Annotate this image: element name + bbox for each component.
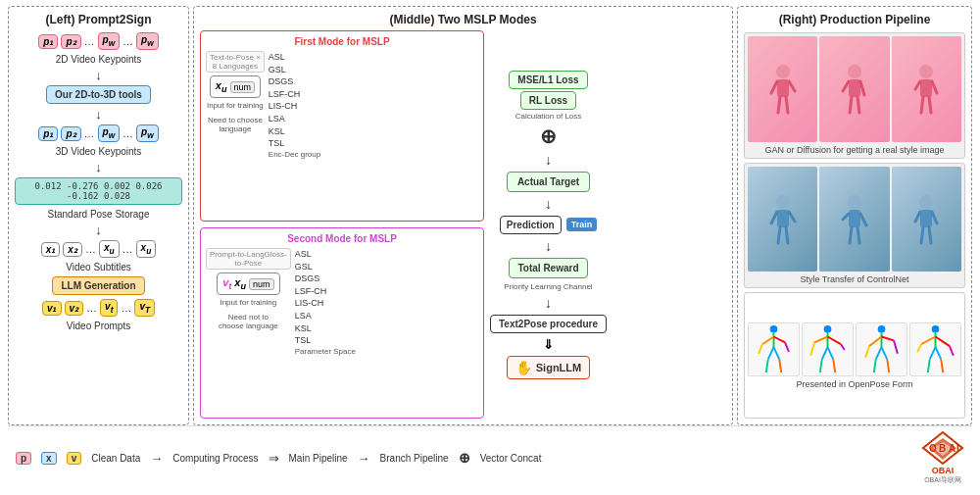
first-mode-title: First Mode for MSLP <box>206 36 478 47</box>
lang-ksl-1: KSL <box>269 125 301 138</box>
text2pose-box: Text2Pose procedure <box>490 315 607 333</box>
lang-dsgs-1: DSGS <box>269 75 301 88</box>
svg-line-11 <box>858 97 859 113</box>
svg-point-66 <box>932 325 940 333</box>
svg-line-68 <box>921 336 935 344</box>
svg-line-16 <box>921 97 923 113</box>
pill-p2-3d: p₂ <box>61 126 80 141</box>
person-silhouette-1 <box>769 64 797 115</box>
prediction-box: Prediction <box>500 216 562 234</box>
flow-arrow-down-1: ↓ <box>545 152 552 168</box>
second-train-label: Input for training <box>220 298 276 307</box>
svg-point-36 <box>770 325 778 333</box>
pill-vt1: vt <box>100 299 118 317</box>
svg-rect-31 <box>920 210 932 227</box>
pose-storage-box: 0.012 -0.276 0.002 0.026 -0.162 0.028 <box>15 177 182 205</box>
person-img-2 <box>819 36 889 142</box>
first-mode-inner: Text-to-Pose ×8 Languages xu num Input f… <box>206 51 478 159</box>
svg-point-24 <box>848 195 861 209</box>
lang-gsl-2: GSL <box>295 261 327 273</box>
svg-line-4 <box>778 97 780 113</box>
3d-keypoints-pills: p₁ p₂ … pw … pw <box>38 124 158 142</box>
svg-line-53 <box>828 347 834 360</box>
first-lang-col: ASL GSL DSGS LSF-CH LIS-CH LSA KSL TSL E… <box>269 51 320 159</box>
llm-box: LLM Generation <box>52 276 144 295</box>
param-space-label: Parameter Space <box>295 347 356 356</box>
prompts-pills: v₁ v₂ … vt … vT <box>42 299 155 317</box>
lang-lsfch-2: LSF-CH <box>295 285 327 298</box>
svg-line-5 <box>786 97 788 113</box>
svg-line-9 <box>860 81 864 95</box>
flow-column: MSE/L1 Loss RL Loss Calculation of Loss … <box>490 30 607 419</box>
gan-label: GAN or Diffusion for getting a real styl… <box>765 145 945 155</box>
openpose-section: Presented in OpenPose Form <box>744 292 965 419</box>
keypoints2d-label: 2D Video Keypoints <box>56 54 142 65</box>
lang-ksl-2: KSL <box>295 322 327 335</box>
ellipsis7: … <box>86 302 97 314</box>
svg-line-32 <box>915 212 920 222</box>
svg-text:A: A <box>949 443 956 454</box>
pill-x1: x₁ <box>41 242 61 257</box>
lang-lisch-1: LIS-CH <box>269 100 301 113</box>
svg-line-62 <box>876 347 882 360</box>
first-train-label: Input for training <box>207 101 264 110</box>
tools-box: Our 2D-to-3D tools <box>46 85 151 104</box>
ellipsis8: … <box>121 302 131 314</box>
first-input-box: xu num <box>210 75 261 98</box>
person-img-6 <box>892 167 961 272</box>
obai-logo: O B A I OBAI OBAI导联网 <box>921 430 964 485</box>
first-num-badge: num <box>230 81 256 93</box>
ellipsis4: … <box>122 127 133 139</box>
arrow-down-2: ↓ <box>95 108 102 121</box>
style-transfer-label: Style Transfer of ControlNet <box>800 274 908 284</box>
first-lang-list: ASL GSL DSGS LSF-CH LIS-CH LSA KSL TSL <box>269 51 301 150</box>
arrow-down-1: ↓ <box>95 69 102 81</box>
skeleton-images <box>748 322 961 376</box>
train-button[interactable]: Train <box>566 218 598 231</box>
svg-line-8 <box>843 81 849 91</box>
pill-pw2: pw <box>136 32 159 50</box>
svg-line-38 <box>762 336 774 344</box>
svg-line-35 <box>929 227 931 243</box>
lang-tsl-1: TSL <box>269 137 301 150</box>
flow-arrow-down-3: ↓ <box>545 238 552 254</box>
skeleton-img-2 <box>802 322 854 376</box>
person-img-4 <box>748 167 817 272</box>
svg-line-65 <box>887 359 889 371</box>
svg-text:I: I <box>956 443 959 454</box>
svg-line-60 <box>865 346 869 358</box>
svg-rect-7 <box>849 79 860 97</box>
circle-plus-symbol: ⊕ <box>540 124 557 148</box>
legend-x-pill: x <box>41 452 57 465</box>
pill-pw2-3d: pw <box>136 124 159 142</box>
pill-xu2: xu <box>136 240 157 258</box>
ellipsis6: … <box>122 243 133 255</box>
loss-section: MSE/L1 Loss RL Loss Calculation of Loss <box>509 71 587 121</box>
person-silhouette-2 <box>841 64 868 115</box>
middle-title: (Middle) Two MSLP Modes <box>200 13 726 26</box>
svg-line-50 <box>810 342 814 355</box>
second-lang-list: ASL GSL DSGS LSF-CH LIS-CH LSA KSL TSL <box>295 248 327 347</box>
svg-line-29 <box>858 227 859 243</box>
right-title: (Right) Production Pipeline <box>744 13 965 26</box>
skeleton-svg-3 <box>857 323 906 375</box>
svg-line-75 <box>941 359 943 371</box>
svg-line-22 <box>778 227 780 243</box>
svg-line-43 <box>774 347 780 360</box>
svg-line-44 <box>766 359 768 371</box>
ellipsis3: … <box>84 127 95 139</box>
svg-line-41 <box>785 342 789 352</box>
priority-label: Priority Learning Channel <box>504 282 592 291</box>
2d-keypoints-pills: p₁ p₂ … pw … pw <box>38 32 158 50</box>
first-mode-left: Text-to-Pose ×8 Languages xu num Input f… <box>206 51 265 133</box>
computing-label: Computing Process <box>172 453 258 464</box>
person-img-5 <box>819 167 889 272</box>
main-pipeline-label: Main Pipeline <box>289 453 348 464</box>
plus-symbol-legend: ⊕ <box>459 450 470 466</box>
svg-line-33 <box>932 212 937 223</box>
svg-line-34 <box>921 227 923 243</box>
svg-line-26 <box>843 214 849 220</box>
svg-rect-13 <box>920 79 932 97</box>
svg-point-46 <box>824 325 832 333</box>
svg-rect-19 <box>777 210 789 227</box>
